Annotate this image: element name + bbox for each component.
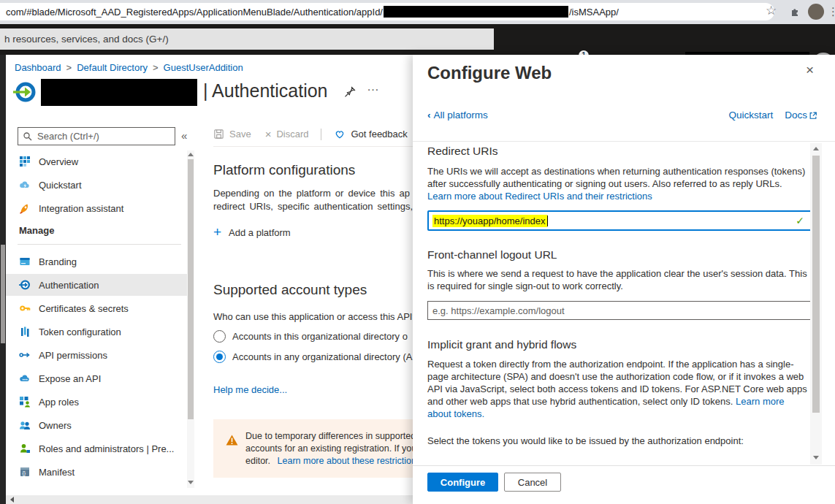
breadcrumb-guestuseraddition[interactable]: GuestUserAddition [164, 62, 243, 73]
add-platform-label: Add a platform [229, 227, 291, 238]
platform-description-line1: Depending on the platform or device this… [213, 188, 410, 199]
overview-grid-icon [19, 156, 31, 167]
front-channel-logout-description: This is where we send a request to have … [427, 267, 807, 292]
horizontal-scrollbar[interactable] [6, 495, 413, 504]
left-edge-scroll-strip[interactable] [0, 55, 6, 504]
sidebar-item-api-permissions[interactable]: API permissions [6, 344, 187, 366]
cancel-button[interactable]: Cancel [504, 473, 561, 492]
panel-header-divider [413, 141, 835, 142]
implicit-grant-heading: Implicit grant and hybrid flows [427, 338, 576, 351]
global-search-input[interactable]: h resources, services, and docs (G+/) [0, 28, 494, 50]
help-me-decide-link[interactable]: Help me decide... [213, 384, 287, 395]
supported-account-types-heading: Supported account types [213, 282, 367, 298]
sidebar-item-overview[interactable]: Overview [6, 150, 187, 172]
sidebar-item-label: API permissions [39, 350, 107, 361]
panel-header-links: Quickstart Docs [728, 110, 817, 121]
redacted-app-name [41, 79, 197, 106]
quickstart-cloud-icon [19, 179, 31, 191]
sidebar-item-authentication[interactable]: Authentication [6, 274, 187, 296]
discard-button-label: Discard [276, 129, 308, 140]
radio-circle-unselected[interactable] [213, 330, 226, 343]
close-icon[interactable]: × [806, 62, 814, 78]
bookmark-star-icon[interactable]: ☆ [766, 4, 777, 18]
warning-text-line3: editor. Learn more about these restricti… [245, 456, 413, 466]
panel-scroll-thumb[interactable] [812, 156, 820, 413]
redirect-uris-heading: Redirect URIs [427, 145, 497, 158]
more-actions-icon[interactable]: … [367, 80, 379, 94]
sidebar-item-label: Authentication [39, 280, 99, 291]
authentication-icon [19, 279, 31, 291]
redirect-uri-input[interactable]: https://youapp/home/index ✓ [427, 210, 812, 231]
sidebar-scroll-thumb[interactable] [188, 159, 194, 419]
extensions-puzzle-icon[interactable] [789, 6, 801, 18]
platform-configurations-heading: Platform configurations [213, 162, 355, 178]
breadcrumb-separator: > [66, 62, 72, 73]
scroll-up-arrow[interactable] [813, 147, 819, 150]
key-icon [19, 302, 31, 314]
platform-description-line2: redirect URIs, specific authentication s… [213, 201, 413, 212]
sidebar-item-label: Manifest [39, 467, 75, 478]
warning-text-line1: Due to temporary differences in supporte… [245, 431, 413, 441]
sidebar-item-integration-assistant[interactable]: Integration assistant [6, 197, 187, 219]
learn-more-restrictions-link[interactable]: Learn more about these restrictions. [278, 456, 413, 466]
browser-menu-icon[interactable]: ⋮ [828, 4, 835, 19]
sidebar-search-input[interactable] [37, 131, 175, 142]
sidebar-item-quickstart[interactable]: Quickstart [6, 174, 187, 196]
sidebar-item-owners[interactable]: Owners [6, 414, 187, 436]
sidebar-item-label: Integration assistant [39, 203, 123, 214]
front-channel-logout-heading: Front-channel logout URL [427, 248, 557, 261]
sidebar-divider [18, 244, 181, 245]
discard-x-icon: × [265, 128, 272, 140]
browser-profile-avatar[interactable] [808, 4, 824, 20]
sidebar-item-token-configuration[interactable]: Token configuration [6, 321, 187, 343]
branding-window-icon [19, 256, 31, 267]
docs-link[interactable]: Docs [785, 110, 807, 121]
sidebar-item-label: Branding [39, 256, 77, 267]
logout-url-input[interactable] [427, 301, 812, 320]
radio-circle-selected[interactable] [213, 351, 226, 363]
scroll-up-arrow[interactable] [188, 153, 194, 156]
breadcrumb: Dashboard>Default Directory>GuestUserAdd… [15, 62, 243, 73]
sidebar-item-roles-and-administrators[interactable]: Roles and administrators | Pre... [6, 438, 187, 459]
sidebar-item-manifest[interactable]: {} Manifest [6, 461, 187, 483]
got-feedback-button[interactable]: Got feedback [334, 129, 407, 140]
sidebar-section-manage: Manage [19, 225, 54, 236]
add-platform-button[interactable]: + Add a platform [213, 226, 291, 238]
sidebar-item-certificates-secrets[interactable]: Certificates & secrets [6, 297, 187, 319]
panel-scrollbar[interactable] [810, 143, 822, 465]
panel-title: Configure Web [427, 63, 552, 83]
authentication-blade-content: Save × Discard Got feedback Platform con… [197, 121, 413, 495]
azure-portal-app: com/#blade/Microsoft_AAD_RegisteredApps/… [0, 0, 835, 504]
sidebar-item-expose-an-api[interactable]: Expose an API [6, 367, 187, 389]
all-platforms-back-link[interactable]: ‹All platforms [427, 110, 488, 121]
sidebar-item-app-roles[interactable]: App roles [6, 391, 187, 413]
left-strip-scroll-thumb[interactable] [1, 245, 5, 343]
sidebar-collapse-icon[interactable]: « [181, 129, 187, 142]
integration-assistant-rocket-icon [19, 202, 31, 214]
warning-infobox: Due to temporary differences in supporte… [213, 419, 413, 478]
sidebar-scrollbar[interactable] [187, 150, 194, 488]
scroll-down-arrow[interactable] [813, 456, 819, 459]
radio-accounts-any-directory[interactable]: Accounts in any organizational directory… [213, 351, 412, 363]
breadcrumb-dashboard[interactable]: Dashboard [15, 62, 61, 73]
redirect-uris-description: The URIs we will accept as destinations … [427, 165, 807, 202]
redirect-description-text: The URIs we will accept as destinations … [427, 166, 805, 189]
configure-button[interactable]: Configure [427, 473, 498, 492]
save-button[interactable]: Save [213, 129, 251, 140]
scroll-left-arrow[interactable] [10, 497, 14, 503]
owners-people-icon [19, 419, 31, 431]
discard-button[interactable]: × Discard [265, 128, 309, 140]
breadcrumb-default-directory[interactable]: Default Directory [77, 62, 148, 73]
radio-accounts-this-directory[interactable]: Accounts in this organizational director… [213, 330, 408, 343]
learn-more-redirect-uris-link[interactable]: Learn more about Redirect URIs and their… [427, 191, 652, 202]
pin-icon[interactable] [343, 85, 357, 99]
sidebar-search-box[interactable] [18, 127, 175, 145]
browser-address-bar[interactable]: com/#blade/Microsoft_AAD_RegisteredApps/… [0, 3, 774, 20]
sidebar-item-label: Token configuration [39, 327, 121, 337]
scroll-down-arrow[interactable] [188, 481, 194, 484]
sidebar-item-label: App roles [39, 397, 79, 408]
quickstart-link[interactable]: Quickstart [728, 110, 773, 121]
save-button-label: Save [229, 129, 251, 140]
sidebar-item-branding[interactable]: Branding [6, 251, 187, 272]
sidebar-item-label: Expose an API [39, 373, 101, 384]
